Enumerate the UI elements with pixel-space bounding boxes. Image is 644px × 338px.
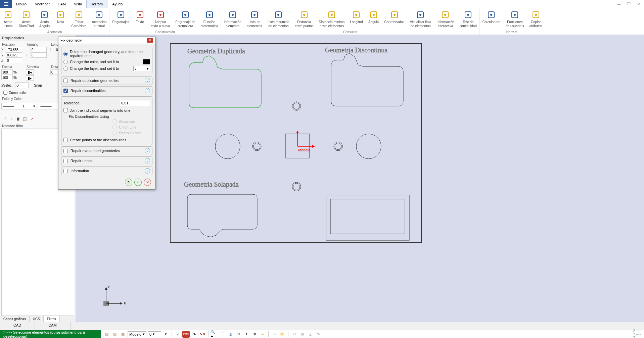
menu-ayuda[interactable]: Ayuda — [108, 0, 127, 8]
acotacion-puntual-button[interactable]: Acotaciónpuntual — [89, 9, 109, 30]
add-filter-icon[interactable]: ＋ — [9, 116, 14, 122]
acota-lineal-button[interactable]: AcotaLineal — [0, 9, 16, 30]
loops-expand-icon[interactable]: ⌄ — [145, 158, 150, 163]
mode-tab-cad[interactable]: CAD — [0, 322, 35, 330]
create-points-checkbox[interactable] — [63, 138, 68, 142]
model-number-select[interactable]: 0▾ — [148, 331, 161, 337]
copy-filter-icon[interactable]: 📋 — [22, 116, 28, 122]
menu-herram[interactable]: Herram. — [86, 0, 108, 8]
layers-icon[interactable]: ≡ — [259, 331, 266, 338]
nota-button[interactable]: Nota — [52, 9, 68, 30]
size-v-input[interactable] — [31, 52, 47, 58]
close-window-button[interactable]: ✕ — [634, 0, 644, 8]
layer-tool-2-icon[interactable]: ▨ — [111, 331, 118, 338]
angle-icon[interactable]: ⟂ — [307, 331, 314, 338]
opt-layer-radio[interactable] — [63, 66, 68, 71]
pan-icon[interactable]: ✥ — [251, 331, 258, 338]
accept-button[interactable]: ✓ — [134, 179, 142, 186]
pen-icon[interactable]: ✎ — [315, 331, 322, 338]
test-continuidad-button[interactable]: Test decontinuidad — [457, 9, 479, 30]
menu-vista[interactable]: Vista — [70, 0, 86, 8]
engranajes-button[interactable]: Engranajes — [109, 9, 132, 30]
zoom-fit-icon[interactable]: ⛶ — [219, 331, 226, 338]
minimize-button[interactable]: — — [614, 0, 624, 8]
rotate-icon[interactable]: ↻ — [235, 331, 242, 338]
coordenadas-button[interactable]: Coordenadas — [382, 9, 407, 30]
scissors-icon[interactable]: ✂ — [291, 331, 297, 338]
mirror-h-icon[interactable]: ▮◂ — [26, 69, 34, 75]
info-checkbox[interactable] — [63, 169, 68, 173]
loops-checkbox[interactable] — [63, 159, 68, 163]
lista-resumida-button[interactable]: Lista resumidade elementos — [265, 9, 292, 30]
tolerance-input[interactable] — [120, 100, 150, 106]
informacion-interactiva-button[interactable]: Informacióninteractiva — [434, 9, 457, 30]
layer-tool-1-icon[interactable]: ▧ — [103, 331, 110, 338]
mode-tab-cam[interactable]: CAM — [35, 322, 70, 330]
longitud-button[interactable]: Longitud — [347, 9, 365, 30]
discont-checkbox[interactable] — [63, 89, 68, 93]
select-tool-icon[interactable]: ▭ — [271, 331, 278, 338]
opt-color-radio[interactable] — [63, 60, 68, 64]
app-menu-icon[interactable] — [0, 0, 12, 8]
esc-icon[interactable]: ESC — [182, 331, 190, 338]
new-filter-icon[interactable]: 📄 — [2, 116, 7, 122]
engranaje-cremallera-button[interactable]: Engranaje decremallera — [173, 9, 198, 30]
menu-cam[interactable]: CAM — [54, 0, 70, 8]
canvas[interactable]: Geometría Duplicada Geometría Discontinu… — [76, 35, 644, 322]
informacion-elemento-button[interactable]: Informaciónelemento — [221, 9, 244, 30]
texto-button[interactable]: Texto — [132, 9, 148, 30]
discont-collapse-icon[interactable]: ⌃ — [145, 88, 150, 93]
pos-z-input[interactable] — [6, 58, 22, 63]
network-icon[interactable]: ⊞ — [299, 331, 306, 338]
restore-button[interactable]: ❐ — [624, 0, 634, 8]
line-style-select[interactable]: ———1▾ — [1, 103, 37, 109]
mirror-v-icon[interactable]: ▮▸ — [26, 76, 34, 81]
zoom-in-icon[interactable]: 🔍+ — [211, 331, 218, 338]
info-expand-icon[interactable]: ⌄ — [145, 168, 150, 174]
folder-tool-icon[interactable]: 📁 — [279, 331, 286, 338]
distancia-entre-puntos-button[interactable]: Distanciaentre puntos — [292, 9, 316, 30]
lp-tab-filtros[interactable]: Filtros — [44, 316, 60, 322]
opt-delete-radio[interactable] — [63, 52, 68, 56]
calculadora-button[interactable]: Calculadora — [480, 9, 503, 30]
escala1-input[interactable] — [1, 69, 13, 75]
lp-tab-capas-gráficas[interactable]: Capas gráficas — [0, 316, 30, 322]
menu-dibujo[interactable]: Dibujo — [12, 0, 31, 8]
color-swatch[interactable] — [143, 59, 150, 64]
nselec-input[interactable] — [15, 82, 29, 88]
overlapped-checkbox[interactable] — [63, 149, 68, 153]
escala2-input[interactable] — [1, 75, 13, 80]
join-checkbox[interactable] — [63, 108, 68, 112]
export-filter-icon[interactable]: ↗ — [29, 116, 34, 122]
pos-x-input[interactable] — [6, 47, 22, 52]
model-select[interactable]: Modelo▾ — [128, 331, 146, 337]
distancia-minima-elementos-button[interactable]: Distancia mínimaentre elementos — [316, 9, 348, 30]
cancel-button[interactable]: ✕ — [144, 179, 151, 186]
center-icon[interactable]: ✛ — [243, 331, 250, 338]
lista-elementos-button[interactable]: Lista deelementos — [244, 9, 265, 30]
acota-diam-rad-button[interactable]: AcotaDiam/Rad — [16, 9, 36, 30]
angulo-tool-button[interactable]: Angulo — [366, 9, 382, 30]
delete-filter-icon[interactable]: 🗑 — [15, 116, 21, 122]
cube-icon[interactable]: ◫ — [227, 331, 234, 338]
pos-y-input[interactable] — [6, 52, 22, 58]
layer-tool-3-icon[interactable]: ▩ — [120, 331, 126, 338]
duplicated-expand-icon[interactable]: ⌄ — [145, 78, 150, 83]
copiar-atributos-button[interactable]: Copiaratributos — [527, 9, 545, 30]
acota-angulo-button[interactable]: AcotaAngulo — [36, 9, 52, 30]
como-activo-checkbox[interactable] — [3, 91, 7, 95]
lp-tab-ucs[interactable]: UCS — [30, 316, 44, 322]
dialog-close-button[interactable]: ✕ — [147, 38, 153, 43]
adaptar-texto-curva-button[interactable]: Adaptartexto a curva — [148, 9, 173, 30]
size-h-input[interactable] — [31, 47, 47, 52]
dropdown-icon[interactable]: ▾ — [163, 331, 169, 338]
funciones-usuario-button[interactable]: Funcionesde usuario ▾ — [503, 9, 526, 30]
cursor-x-icon[interactable]: ⬉✕ — [199, 331, 206, 338]
refresh-button[interactable]: ↻ — [125, 179, 132, 186]
overlapped-expand-icon[interactable]: ⌄ — [145, 148, 150, 153]
check-icon[interactable]: ✓ — [174, 331, 181, 338]
cursor-icon[interactable]: ⬉ — [191, 331, 198, 338]
duplicated-checkbox[interactable] — [63, 79, 68, 83]
editar-cota-nota-button[interactable]: EditarCota/Nota — [68, 9, 89, 30]
visualizar-lista-elementos-button[interactable]: Visualizar listade elementos — [407, 9, 434, 30]
